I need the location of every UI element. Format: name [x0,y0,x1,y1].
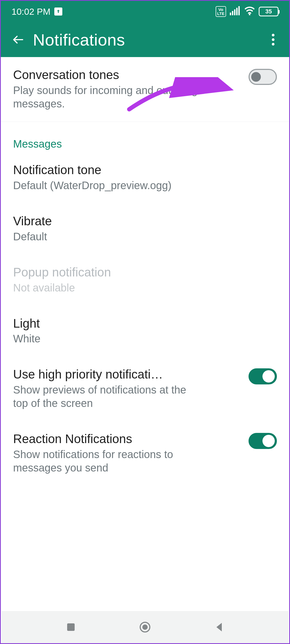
vibrate-title: Vibrate [13,214,277,228]
high-priority-toggle[interactable] [249,368,277,384]
status-left: 10:02 PM [12,6,62,17]
row-notification-tone[interactable]: Notification tone Default (WaterDrop_pre… [13,152,277,203]
section-header-messages: Messages [13,122,277,152]
app-bar: Notifications [1,22,289,57]
svg-rect-4 [238,6,240,15]
svg-point-11 [142,624,148,630]
high-priority-subtitle: Show previews of notifications at the to… [13,383,195,410]
svg-point-5 [249,14,250,15]
nav-recents-button[interactable] [63,619,79,635]
light-subtitle: White [13,332,277,345]
status-bar: 10:02 PM VoLTE 35 [1,1,289,22]
conversation-tones-toggle[interactable] [249,69,277,85]
settings-list: Conversation tones Play sounds for incom… [1,57,289,486]
upload-icon [54,8,62,16]
light-title: Light [13,316,277,331]
wifi-icon [244,6,255,17]
svg-rect-2 [234,9,235,15]
nav-back-button[interactable] [211,619,227,635]
reaction-title: Reaction Notifications [13,432,195,446]
reaction-subtitle: Show notifications for reactions to mess… [13,448,195,474]
svg-point-6 [272,34,274,36]
conversation-tones-title: Conversation tones [13,68,241,82]
status-time: 10:02 PM [12,6,51,17]
svg-rect-1 [232,11,233,15]
svg-point-8 [272,43,274,46]
notification-tone-subtitle: Default (WaterDrop_preview.ogg) [13,179,277,192]
svg-rect-9 [67,623,75,631]
signal-icon [230,6,241,17]
svg-rect-0 [230,13,231,15]
row-high-priority[interactable]: Use high priority notificati… Show previ… [13,357,277,421]
back-button[interactable] [9,33,28,46]
row-popup-notification: Popup notification Not available [13,254,277,306]
vibrate-subtitle: Default [13,230,277,243]
status-right: VoLTE 35 [216,6,278,17]
svg-rect-3 [236,8,238,15]
svg-point-7 [272,38,274,41]
nav-home-button[interactable] [137,619,153,635]
overflow-menu-button[interactable] [265,34,281,46]
page-title: Notifications [33,30,265,49]
notification-tone-title: Notification tone [13,163,277,177]
row-conversation-tones[interactable]: Conversation tones Play sounds for incom… [13,57,277,122]
nav-bar [2,611,288,643]
battery-level: 35 [265,8,272,15]
conversation-tones-subtitle: Play sounds for incoming and outgoing me… [13,84,241,110]
popup-title: Popup notification [13,265,277,279]
row-reaction-notifications[interactable]: Reaction Notifications Show notification… [13,421,277,486]
volte-icon: VoLTE [216,6,226,17]
high-priority-title: Use high priority notificati… [13,367,195,381]
battery-icon: 35 [259,7,278,16]
reaction-toggle[interactable] [249,433,277,449]
popup-subtitle: Not available [13,281,277,294]
row-vibrate[interactable]: Vibrate Default [13,203,277,254]
row-light[interactable]: Light White [13,306,277,357]
